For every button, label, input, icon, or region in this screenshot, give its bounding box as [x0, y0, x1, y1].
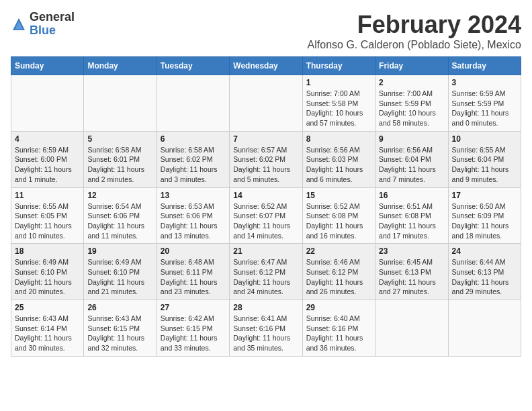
day-info: Sunrise: 6:44 AM Sunset: 6:13 PM Dayligh…: [452, 257, 517, 297]
calendar-cell: 12Sunrise: 6:54 AM Sunset: 6:06 PM Dayli…: [84, 187, 157, 244]
calendar-cell: 17Sunrise: 6:50 AM Sunset: 6:09 PM Dayli…: [448, 187, 521, 244]
day-number: 6: [161, 134, 226, 144]
calendar-cell: 22Sunrise: 6:46 AM Sunset: 6:12 PM Dayli…: [302, 244, 375, 300]
day-info: Sunrise: 7:00 AM Sunset: 5:59 PM Dayligh…: [379, 89, 444, 128]
header-day-wednesday: Wednesday: [230, 57, 302, 75]
day-number: 21: [233, 246, 298, 256]
day-number: 24: [452, 246, 517, 256]
day-info: Sunrise: 6:51 AM Sunset: 6:08 PM Dayligh…: [379, 201, 444, 241]
header-day-thursday: Thursday: [302, 57, 375, 75]
day-number: 9: [379, 134, 444, 144]
day-number: 19: [87, 246, 152, 256]
day-info: Sunrise: 6:42 AM Sunset: 6:15 PM Dayligh…: [161, 314, 226, 353]
calendar-subtitle: Alfonso G. Calderon (Poblado Siete), Mex…: [308, 39, 521, 51]
day-info: Sunrise: 6:43 AM Sunset: 6:15 PM Dayligh…: [87, 314, 152, 353]
calendar-cell: [11, 75, 84, 132]
calendar-cell: 14Sunrise: 6:52 AM Sunset: 6:07 PM Dayli…: [230, 187, 302, 244]
day-number: 23: [379, 246, 444, 256]
calendar-cell: 1Sunrise: 7:00 AM Sunset: 5:58 PM Daylig…: [302, 75, 375, 132]
calendar-cell: 13Sunrise: 6:53 AM Sunset: 6:06 PM Dayli…: [157, 187, 229, 244]
day-number: 1: [306, 78, 371, 87]
day-info: Sunrise: 6:58 AM Sunset: 6:02 PM Dayligh…: [161, 145, 226, 185]
calendar-cell: [230, 75, 302, 132]
day-number: 12: [87, 191, 152, 200]
day-info: Sunrise: 6:59 AM Sunset: 5:59 PM Dayligh…: [452, 89, 517, 128]
day-number: 20: [161, 246, 226, 256]
day-info: Sunrise: 6:52 AM Sunset: 6:07 PM Dayligh…: [233, 201, 298, 241]
day-info: Sunrise: 6:46 AM Sunset: 6:12 PM Dayligh…: [306, 257, 371, 297]
logo-general-text: General: [30, 10, 75, 24]
day-info: Sunrise: 6:48 AM Sunset: 6:11 PM Dayligh…: [161, 257, 226, 297]
title-block: February 2024 Alfonso G. Calderon (Pobla…: [308, 11, 521, 51]
calendar-cell: 16Sunrise: 6:51 AM Sunset: 6:08 PM Dayli…: [375, 187, 448, 244]
calendar-cell: 23Sunrise: 6:45 AM Sunset: 6:13 PM Dayli…: [375, 244, 448, 300]
day-number: 29: [306, 303, 371, 312]
day-info: Sunrise: 6:58 AM Sunset: 6:01 PM Dayligh…: [87, 145, 152, 185]
calendar-cell: [157, 75, 229, 132]
day-info: Sunrise: 6:56 AM Sunset: 6:03 PM Dayligh…: [306, 145, 371, 185]
header-day-tuesday: Tuesday: [157, 57, 229, 75]
day-number: 10: [452, 134, 517, 144]
calendar-title: February 2024: [308, 11, 521, 39]
day-info: Sunrise: 7:00 AM Sunset: 5:58 PM Dayligh…: [306, 89, 371, 128]
calendar-cell: 5Sunrise: 6:58 AM Sunset: 6:01 PM Daylig…: [84, 131, 157, 187]
calendar-cell: 19Sunrise: 6:49 AM Sunset: 6:10 PM Dayli…: [84, 244, 157, 300]
header-day-monday: Monday: [84, 57, 157, 75]
day-info: Sunrise: 6:56 AM Sunset: 6:04 PM Dayligh…: [379, 145, 444, 185]
day-number: 22: [306, 246, 371, 256]
day-info: Sunrise: 6:55 AM Sunset: 6:04 PM Dayligh…: [452, 145, 517, 185]
day-info: Sunrise: 6:59 AM Sunset: 6:00 PM Dayligh…: [15, 145, 80, 185]
calendar-cell: 15Sunrise: 6:52 AM Sunset: 6:08 PM Dayli…: [302, 187, 375, 244]
calendar-cell: 10Sunrise: 6:55 AM Sunset: 6:04 PM Dayli…: [448, 131, 521, 187]
day-info: Sunrise: 6:41 AM Sunset: 6:16 PM Dayligh…: [233, 314, 298, 353]
day-info: Sunrise: 6:45 AM Sunset: 6:13 PM Dayligh…: [379, 257, 444, 297]
header-day-sunday: Sunday: [11, 57, 84, 75]
calendar-week-1: 4Sunrise: 6:59 AM Sunset: 6:00 PM Daylig…: [11, 131, 521, 187]
calendar-cell: [84, 75, 157, 132]
calendar-header-row: SundayMondayTuesdayWednesdayThursdayFrid…: [11, 57, 521, 75]
calendar-week-4: 25Sunrise: 6:43 AM Sunset: 6:14 PM Dayli…: [11, 300, 521, 357]
day-info: Sunrise: 6:47 AM Sunset: 6:12 PM Dayligh…: [233, 257, 298, 297]
calendar-cell: 6Sunrise: 6:58 AM Sunset: 6:02 PM Daylig…: [157, 131, 229, 187]
day-info: Sunrise: 6:53 AM Sunset: 6:06 PM Dayligh…: [161, 201, 226, 241]
header-day-friday: Friday: [375, 57, 448, 75]
calendar-cell: 27Sunrise: 6:42 AM Sunset: 6:15 PM Dayli…: [157, 300, 229, 357]
day-info: Sunrise: 6:43 AM Sunset: 6:14 PM Dayligh…: [15, 314, 80, 353]
calendar-cell: 7Sunrise: 6:57 AM Sunset: 6:02 PM Daylig…: [230, 131, 302, 187]
calendar-cell: 28Sunrise: 6:41 AM Sunset: 6:16 PM Dayli…: [230, 300, 302, 357]
day-number: 26: [87, 303, 152, 312]
day-info: Sunrise: 6:52 AM Sunset: 6:08 PM Dayligh…: [306, 201, 371, 241]
calendar-week-2: 11Sunrise: 6:55 AM Sunset: 6:05 PM Dayli…: [11, 187, 521, 244]
day-number: 5: [87, 134, 152, 144]
day-info: Sunrise: 6:54 AM Sunset: 6:06 PM Dayligh…: [87, 201, 152, 241]
calendar-cell: 9Sunrise: 6:56 AM Sunset: 6:04 PM Daylig…: [375, 131, 448, 187]
calendar-week-0: 1Sunrise: 7:00 AM Sunset: 5:58 PM Daylig…: [11, 75, 521, 132]
logo-blue-text: Blue: [30, 24, 56, 37]
calendar-week-3: 18Sunrise: 6:49 AM Sunset: 6:10 PM Dayli…: [11, 244, 521, 300]
header-day-saturday: Saturday: [448, 57, 521, 75]
calendar-cell: 11Sunrise: 6:55 AM Sunset: 6:05 PM Dayli…: [11, 187, 84, 244]
page-container: General Blue February 2024 Alfonso G. Ca…: [11, 11, 521, 357]
calendar-cell: 4Sunrise: 6:59 AM Sunset: 6:00 PM Daylig…: [11, 131, 84, 187]
day-number: 4: [15, 134, 80, 144]
calendar-cell: 20Sunrise: 6:48 AM Sunset: 6:11 PM Dayli…: [157, 244, 229, 300]
day-number: 17: [452, 191, 517, 200]
day-number: 25: [15, 303, 80, 312]
day-info: Sunrise: 6:50 AM Sunset: 6:09 PM Dayligh…: [452, 201, 517, 241]
day-info: Sunrise: 6:55 AM Sunset: 6:05 PM Dayligh…: [15, 201, 80, 241]
calendar-cell: 21Sunrise: 6:47 AM Sunset: 6:12 PM Dayli…: [230, 244, 302, 300]
calendar-cell: 3Sunrise: 6:59 AM Sunset: 5:59 PM Daylig…: [448, 75, 521, 132]
day-number: 13: [161, 191, 226, 200]
day-number: 18: [15, 246, 80, 256]
day-number: 11: [15, 191, 80, 200]
calendar-cell: 29Sunrise: 6:40 AM Sunset: 6:16 PM Dayli…: [302, 300, 375, 357]
calendar-cell: 25Sunrise: 6:43 AM Sunset: 6:14 PM Dayli…: [11, 300, 84, 357]
day-number: 7: [233, 134, 298, 144]
day-number: 16: [379, 191, 444, 200]
calendar-cell: 18Sunrise: 6:49 AM Sunset: 6:10 PM Dayli…: [11, 244, 84, 300]
calendar-cell: 8Sunrise: 6:56 AM Sunset: 6:03 PM Daylig…: [302, 131, 375, 187]
day-info: Sunrise: 6:49 AM Sunset: 6:10 PM Dayligh…: [87, 257, 152, 297]
logo-icon: [11, 16, 27, 32]
calendar-table: SundayMondayTuesdayWednesdayThursdayFrid…: [11, 56, 521, 357]
calendar-cell: [448, 300, 521, 357]
